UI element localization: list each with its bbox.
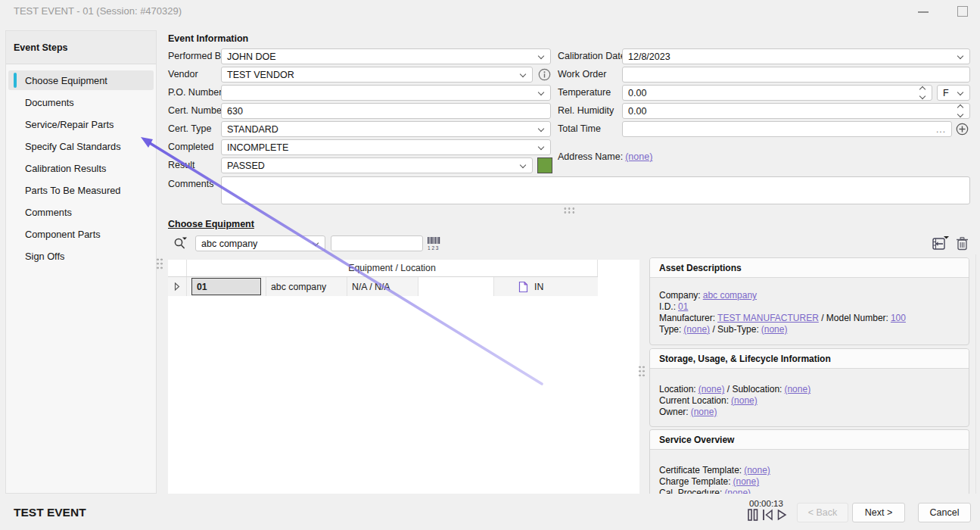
asset-descriptions-panel: Asset Descriptions Company:abc company I…: [649, 257, 969, 345]
completed-combobox[interactable]: INCOMPLETE: [221, 139, 551, 155]
rel-humidity-spinner[interactable]: 0.00: [622, 103, 970, 119]
charge-template-label: Charge Template:: [659, 476, 731, 487]
maximize-icon[interactable]: [957, 6, 968, 17]
location-link[interactable]: (none): [698, 384, 725, 394]
vendor-info-icon[interactable]: [538, 68, 551, 81]
equipment-status-cell[interactable]: IN: [494, 277, 598, 296]
po-number-combobox[interactable]: [221, 85, 551, 101]
chevron-down-icon[interactable]: [957, 89, 964, 97]
certificate-template-label: Certificate Template:: [659, 465, 742, 475]
owner-link[interactable]: (none): [691, 407, 717, 417]
cal-procedure-link[interactable]: (none): [724, 488, 751, 494]
manufacturer-link[interactable]: TEST MANUFACTURER: [717, 313, 819, 323]
temperature-value: 0.00: [628, 88, 646, 98]
barcode-icon[interactable]: 1 2 3: [427, 236, 443, 251]
sidebar-item-label: Calibration Results: [25, 163, 106, 174]
cert-type-value: STANDARD: [227, 124, 278, 135]
panel-scroll-edge: [975, 254, 976, 494]
cert-type-combobox[interactable]: STANDARD: [221, 121, 551, 137]
equipment-location-cell[interactable]: N/A / N/A: [347, 277, 418, 296]
cert-type-label: Cert. Type: [168, 121, 211, 137]
cal-procedure-label: Cal. Procedure:: [659, 488, 722, 494]
total-time-input[interactable]: ...: [622, 121, 952, 137]
next-button[interactable]: Next >: [852, 503, 905, 522]
equipment-id-cell[interactable]: 01: [187, 277, 266, 296]
vendor-combobox[interactable]: TEST VENDOR: [221, 67, 533, 83]
location-label: Location:: [659, 384, 696, 394]
event-information-title: Event Information: [168, 33, 248, 44]
cert-number-input[interactable]: 630: [221, 103, 551, 119]
work-order-input[interactable]: [622, 67, 970, 83]
id-label: I.D.:: [659, 301, 676, 312]
storage-info-body: Location:(none) / Sublocation:(none) Cur…: [650, 369, 969, 423]
sublocation-link[interactable]: (none): [784, 384, 810, 394]
chevron-down-icon[interactable]: [537, 126, 545, 133]
address-name-link[interactable]: (none): [625, 151, 652, 162]
calibration-date-combobox[interactable]: 12/8/2023: [622, 48, 970, 64]
sidebar-item-service-repair-parts[interactable]: Service/Repair Parts: [8, 114, 154, 134]
type-link[interactable]: (none): [683, 324, 710, 335]
event-steps-panel: Event Steps Choose Equipment Documents S…: [5, 30, 157, 494]
charge-template-link[interactable]: (none): [733, 476, 760, 487]
chevron-down-icon[interactable]: [537, 53, 545, 61]
assign-equipment-icon[interactable]: [932, 235, 950, 251]
panel-splitter-handle[interactable]: [638, 365, 645, 377]
sidebar-item-label: Service/Repair Parts: [25, 119, 114, 130]
chevron-down-icon[interactable]: [312, 240, 319, 248]
temperature-unit-combobox[interactable]: F: [937, 85, 970, 101]
subtype-link[interactable]: (none): [761, 324, 788, 335]
manufacturer-label: Manufacturer:: [659, 313, 715, 323]
skip-to-start-icon[interactable]: [762, 509, 773, 521]
rel-humidity-label: Rel. Humidity: [558, 103, 614, 119]
equipment-search-input[interactable]: [331, 235, 423, 251]
equipment-company-cell[interactable]: abc company: [266, 277, 347, 296]
row-expander-icon[interactable]: [168, 277, 187, 296]
certificate-template-link[interactable]: (none): [744, 465, 770, 475]
performed-by-label: Performed By: [168, 48, 226, 64]
sidebar-item-comments[interactable]: Comments: [8, 202, 154, 222]
event-window: TEST EVENT - 01 (Session: #470329) Event…: [0, 0, 980, 530]
id-link[interactable]: 01: [678, 301, 688, 312]
play-icon[interactable]: [777, 509, 787, 521]
company-filter-combobox[interactable]: abc company: [195, 235, 325, 251]
back-button[interactable]: < Back: [797, 503, 848, 522]
sidebar-item-documents[interactable]: Documents: [8, 92, 154, 112]
chevron-down-icon[interactable]: [519, 71, 527, 79]
model-number-link[interactable]: 100: [891, 313, 906, 323]
ellipsis-icon[interactable]: ...: [936, 124, 946, 135]
temperature-spinner[interactable]: 0.00: [622, 85, 932, 101]
equipment-empty-cell[interactable]: [418, 277, 494, 296]
sidebar-item-sign-offs[interactable]: Sign Offs: [8, 246, 154, 266]
spinner-up-down-icon[interactable]: [919, 87, 926, 98]
chevron-down-icon[interactable]: [537, 144, 545, 151]
current-location-link[interactable]: (none): [731, 395, 758, 406]
sidebar-splitter-handle[interactable]: [156, 257, 163, 270]
document-icon[interactable]: [518, 281, 528, 293]
chevron-down-icon[interactable]: [537, 89, 545, 97]
sidebar-item-parts-to-be-measured[interactable]: Parts To Be Measured: [8, 180, 154, 200]
delete-icon[interactable]: [956, 236, 969, 251]
pause-icon[interactable]: [748, 509, 758, 521]
performed-by-combobox[interactable]: JOHN DOE: [221, 48, 551, 64]
spinner-up-down-icon[interactable]: [957, 105, 964, 117]
add-time-icon[interactable]: [956, 123, 969, 136]
minimize-icon[interactable]: [918, 11, 929, 13]
comments-textarea[interactable]: [221, 176, 970, 204]
company-link[interactable]: abc company: [703, 290, 757, 301]
sidebar-item-component-parts[interactable]: Component Parts: [8, 224, 154, 244]
equipment-table: Equipment / Location 01 abc company N/A …: [168, 260, 598, 296]
sidebar-item-specify-cal-standards[interactable]: Specify Cal Standards: [8, 136, 154, 156]
table-row[interactable]: 01 abc company N/A / N/A IN: [168, 277, 598, 296]
form-splitter-handle[interactable]: [563, 207, 575, 214]
search-icon[interactable]: [173, 235, 188, 251]
sidebar-item-calibration-results[interactable]: Calibration Results: [8, 158, 154, 178]
result-combobox[interactable]: PASSED: [221, 157, 533, 173]
chevron-down-icon[interactable]: [957, 53, 964, 61]
chevron-down-icon[interactable]: [519, 162, 527, 170]
sidebar-item-choose-equipment[interactable]: Choose Equipment: [8, 70, 154, 90]
cancel-button[interactable]: Cancel: [918, 503, 971, 522]
equipment-location-column-header[interactable]: Equipment / Location: [187, 260, 598, 276]
storage-info-title: Storage, Usage, & Lifecycle Information: [650, 349, 969, 369]
cert-number-value: 630: [227, 106, 243, 117]
calibration-date-value: 12/8/2023: [628, 51, 670, 62]
